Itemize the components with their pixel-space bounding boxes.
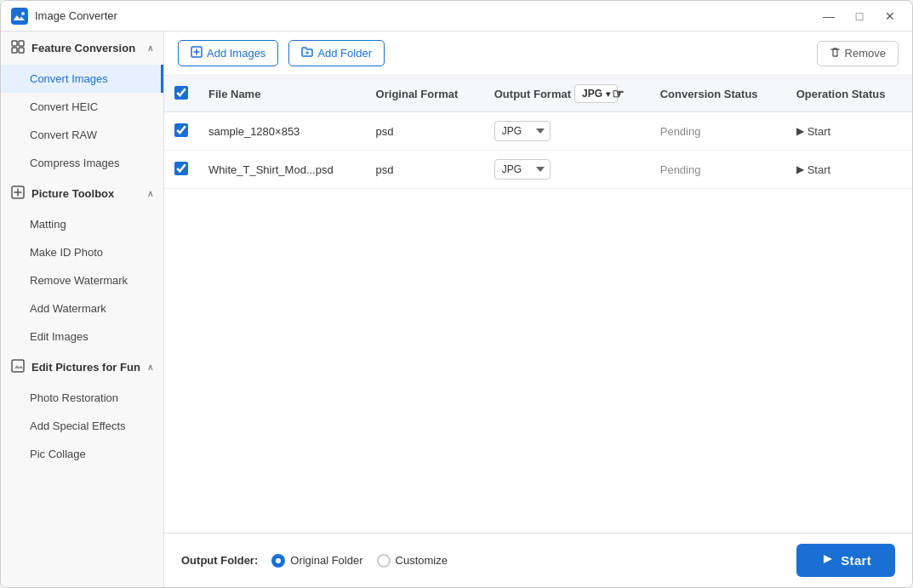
feature-conversion-label: Feature Conversion (31, 42, 135, 54)
remove-icon (830, 47, 841, 60)
cursor-hand-icon: ☞ (612, 86, 624, 102)
sidebar-section-feature-conversion[interactable]: Feature Conversion ∧ (1, 31, 163, 65)
add-images-label: Add Images (207, 47, 265, 60)
row-filename: sample_1280×853 (198, 112, 366, 151)
edit-pictures-icon (11, 359, 25, 375)
close-icon: ✕ (885, 9, 895, 23)
svg-rect-0 (11, 8, 28, 25)
matting-label: Matting (30, 218, 66, 231)
svg-point-1 (21, 12, 25, 15)
format-dropdown-chevron: ▾ (606, 89, 610, 99)
row-checkbox-cell (164, 112, 198, 151)
remove-button[interactable]: Remove (817, 41, 899, 66)
original-folder-option[interactable]: Original Folder (271, 554, 362, 568)
table-row: White_T_Shirt_Mod...psd psd JPG PNG WEBP… (164, 151, 912, 189)
sidebar-item-remove-watermark[interactable]: Remove Watermark (1, 266, 163, 294)
table-row: sample_1280×853 psd JPG PNG WEBP BMP TIF… (164, 112, 912, 151)
row-original-format: psd (366, 151, 484, 189)
start-all-label: Start (841, 553, 871, 568)
add-watermark-label: Add Watermark (30, 302, 106, 315)
table-header-row: File Name Original Format Output Format … (164, 76, 912, 112)
svg-rect-3 (19, 41, 24, 46)
sidebar-item-photo-restoration[interactable]: Photo Restoration (1, 384, 163, 412)
customize-option[interactable]: Customize (377, 554, 448, 568)
close-button[interactable]: ✕ (878, 4, 902, 28)
row-start-button-0[interactable]: ▶ Start (796, 125, 830, 138)
feature-conversion-icon (11, 40, 25, 56)
sidebar-item-matting[interactable]: Matting (1, 210, 163, 238)
output-format-header: Output Format JPG ▾ ☞ (494, 84, 640, 103)
original-folder-label: Original Folder (290, 554, 362, 567)
toolbar: Add Images Add Folder Remove (164, 31, 912, 76)
original-folder-radio-checked (271, 554, 285, 568)
start-all-button[interactable]: Start (796, 544, 895, 577)
maximize-button[interactable]: □ (847, 4, 871, 28)
row-start-label: Start (807, 163, 830, 176)
svg-rect-2 (12, 41, 17, 46)
picture-toolbox-chevron: ∧ (147, 189, 153, 198)
edit-pictures-label: Edit Pictures for Fun (31, 361, 140, 374)
sidebar-item-convert-raw[interactable]: Convert RAW (1, 121, 163, 149)
edit-pictures-chevron: ∧ (147, 363, 153, 372)
app-logo-icon (11, 8, 28, 25)
add-folder-icon (301, 46, 313, 60)
sidebar-section-picture-toolbox[interactable]: Picture Toolbox ∧ (1, 177, 163, 210)
start-all-icon (820, 552, 834, 568)
row-start-button-1[interactable]: ▶ Start (796, 163, 830, 176)
convert-heic-label: Convert HEIC (30, 100, 98, 113)
add-images-icon (191, 46, 203, 60)
minimize-icon: — (823, 9, 835, 23)
header-output-format: Output Format JPG ▾ ☞ (484, 76, 650, 112)
add-folder-label: Add Folder (317, 47, 372, 60)
maximize-icon: □ (856, 9, 863, 23)
svg-rect-7 (12, 360, 24, 372)
files-table: File Name Original Format Output Format … (164, 76, 912, 189)
sidebar-item-edit-images[interactable]: Edit Images (1, 323, 163, 351)
remove-label: Remove (845, 47, 886, 60)
row-play-icon: ▶ (796, 125, 804, 137)
row-format-select-1[interactable]: JPG PNG WEBP BMP TIFF (494, 159, 551, 180)
sidebar-item-convert-heic[interactable]: Convert HEIC (1, 93, 163, 121)
output-format-label: Output Format (494, 88, 571, 100)
main-layout: Feature Conversion ∧ Convert Images Conv… (1, 31, 912, 587)
sidebar-item-compress-images[interactable]: Compress Images (1, 149, 163, 177)
row-start-label: Start (807, 125, 830, 138)
output-format-selector[interactable]: JPG ▾ ☞ (574, 84, 618, 103)
customize-label: Customize (396, 554, 448, 567)
sidebar-item-add-watermark[interactable]: Add Watermark (1, 294, 163, 323)
radio-inner (276, 558, 281, 563)
pic-collage-label: Pic Collage (30, 448, 86, 460)
output-folder-section: Output Folder: Original Folder Customize (181, 554, 448, 568)
add-folder-button[interactable]: Add Folder (288, 40, 385, 66)
bottom-bar: Output Folder: Original Folder Customize (164, 533, 912, 587)
row-checkbox-0[interactable] (174, 123, 188, 137)
add-special-effects-label: Add Special Effects (30, 420, 126, 432)
header-operation-status: Operation Status (786, 76, 912, 112)
row-output-format: JPG PNG WEBP BMP TIFF (484, 151, 650, 189)
sidebar-section-edit-pictures[interactable]: Edit Pictures for Fun ∧ (1, 351, 163, 384)
add-images-button[interactable]: Add Images (178, 40, 278, 66)
customize-radio-unchecked (377, 554, 391, 568)
sidebar-item-add-special-effects[interactable]: Add Special Effects (1, 412, 163, 440)
sidebar-item-make-id-photo[interactable]: Make ID Photo (1, 238, 163, 266)
header-checkbox-cell (164, 76, 198, 112)
edit-images-label: Edit Images (30, 330, 88, 343)
row-original-format: psd (366, 112, 484, 151)
row-format-select-0[interactable]: JPG PNG WEBP BMP TIFF (494, 121, 551, 141)
output-folder-label: Output Folder: (181, 554, 258, 567)
select-all-checkbox[interactable] (174, 86, 188, 100)
sidebar-item-pic-collage[interactable]: Pic Collage (1, 440, 163, 468)
feature-conversion-chevron: ∧ (147, 43, 153, 53)
row-checkbox-1[interactable] (174, 162, 188, 175)
content-area: Add Images Add Folder Remove (164, 31, 912, 587)
sidebar: Feature Conversion ∧ Convert Images Conv… (1, 31, 164, 587)
title-bar: Image Converter — □ ✕ (1, 1, 912, 31)
compress-images-label: Compress Images (30, 157, 119, 169)
table-container: File Name Original Format Output Format … (164, 76, 912, 533)
app-title: Image Converter (35, 9, 117, 22)
sidebar-item-convert-images[interactable]: Convert Images (1, 65, 163, 93)
minimize-button[interactable]: — (817, 4, 841, 28)
photo-restoration-label: Photo Restoration (30, 391, 118, 404)
row-play-icon: ▶ (796, 163, 804, 175)
row-operation-status: ▶ Start (786, 112, 912, 151)
